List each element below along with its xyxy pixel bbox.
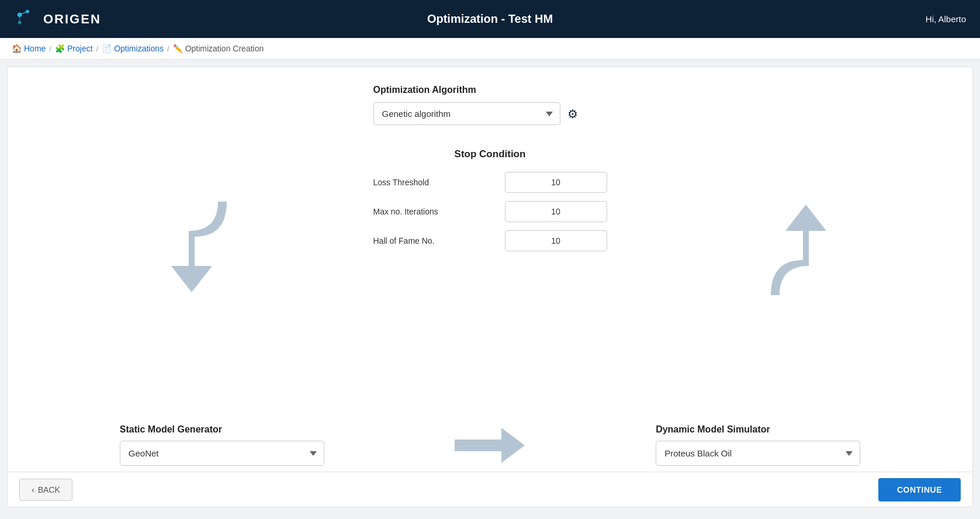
breadcrumb-creation-label: Optimization Creation: [185, 44, 264, 53]
continue-button[interactable]: CONTINUE: [878, 478, 961, 501]
loss-threshold-input[interactable]: [505, 172, 607, 193]
static-model-dropdown[interactable]: GeoNet Option B: [120, 441, 324, 466]
max-iterations-row: Max no. Iterations: [373, 201, 607, 222]
app-header: ORIGEN Optimization - Test HM Hi, Albert…: [0, 0, 980, 38]
svg-point-1: [26, 9, 29, 13]
logo-area: ORIGEN: [14, 7, 101, 32]
max-iterations-label: Max no. Iterations: [373, 207, 505, 216]
loss-threshold-label: Loss Threshold: [373, 178, 505, 187]
breadcrumb-sep-1: /: [49, 44, 51, 53]
algorithm-dropdown[interactable]: Genetic algorithm Particle Swarm Simulat…: [373, 102, 560, 125]
continue-button-label: CONTINUE: [897, 485, 942, 494]
algorithm-settings-icon[interactable]: ⚙: [567, 107, 578, 121]
doc-icon: 📄: [102, 44, 112, 53]
breadcrumb-project[interactable]: 🧩 Project: [55, 44, 93, 53]
arrow-right-icon: [455, 425, 525, 466]
bottom-models: Static Model Generator GeoNet Option B D…: [8, 424, 972, 466]
home-icon: 🏠: [12, 44, 22, 53]
algorithm-section: Optimization Algorithm Genetic algorithm…: [373, 85, 607, 125]
breadcrumb-sep-3: /: [167, 44, 169, 53]
breadcrumb-sep-2: /: [96, 44, 99, 53]
static-model-label: Static Model Generator: [120, 424, 324, 435]
page-title: Optimization - Test HM: [427, 12, 553, 26]
stop-condition-title: Stop Condition: [373, 148, 607, 160]
footer: ‹ BACK CONTINUE: [8, 472, 972, 507]
logo-text: ORIGEN: [43, 12, 101, 27]
user-greeting: Hi, Alberto: [926, 14, 966, 24]
form-center: Optimization Algorithm Genetic algorithm…: [373, 85, 607, 269]
hall-of-fame-input[interactable]: [505, 230, 607, 251]
algorithm-section-label: Optimization Algorithm: [373, 85, 607, 95]
loss-threshold-row: Loss Threshold: [373, 172, 607, 193]
pencil-icon: ✏️: [173, 44, 183, 53]
dynamic-model-section: Dynamic Model Simulator Proteus Black Oi…: [656, 424, 860, 466]
dynamic-model-label: Dynamic Model Simulator: [656, 424, 860, 435]
breadcrumb-optimizations[interactable]: 📄 Optimizations: [102, 44, 164, 53]
back-button[interactable]: ‹ BACK: [19, 479, 72, 501]
stop-condition-section: Stop Condition Loss Threshold Max no. It…: [373, 148, 607, 251]
dynamic-model-dropdown[interactable]: Proteus Black Oil Option B: [656, 441, 860, 466]
static-model-section: Static Model Generator GeoNet Option B: [120, 424, 324, 466]
back-button-label: BACK: [38, 485, 60, 494]
hall-of-fame-label: Hall of Fame No.: [373, 236, 505, 245]
breadcrumb-home[interactable]: 🏠 Home: [12, 44, 46, 53]
arrow-up-right-icon: [756, 190, 838, 301]
max-iterations-input[interactable]: [505, 201, 607, 222]
back-chevron-icon: ‹: [32, 485, 34, 494]
origen-logo: [14, 7, 39, 32]
arrow-down-left-icon: [160, 196, 236, 301]
hall-of-fame-row: Hall of Fame No.: [373, 230, 607, 251]
breadcrumb: 🏠 Home / 🧩 Project / 📄 Optimizations / ✏…: [0, 38, 980, 60]
algorithm-dropdown-row: Genetic algorithm Particle Swarm Simulat…: [373, 102, 607, 125]
breadcrumb-creation: ✏️ Optimization Creation: [173, 44, 264, 53]
breadcrumb-optimizations-label: Optimizations: [114, 44, 164, 53]
breadcrumb-project-label: Project: [67, 44, 93, 53]
main-content: Optimization Algorithm Genetic algorithm…: [7, 67, 973, 507]
puzzle-icon: 🧩: [55, 44, 65, 53]
breadcrumb-home-label: Home: [24, 44, 46, 53]
